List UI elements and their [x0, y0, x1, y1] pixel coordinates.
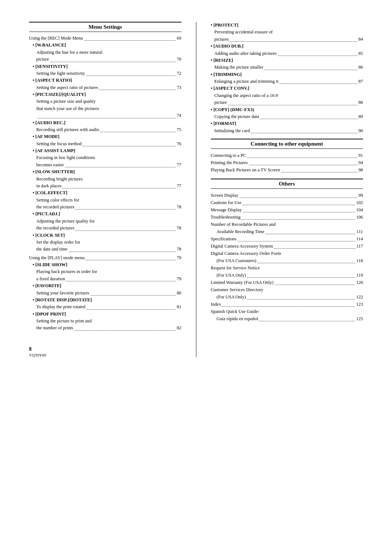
toc-row: • [AUDIO DUB.] — [211, 43, 363, 50]
toc-row: Specifications 114 — [211, 235, 363, 243]
toc-row: Request for Service Notice — [211, 264, 363, 272]
right-column: • [PROTECT] Preventing accidental erasur… — [211, 22, 363, 357]
others-section: Others Screen Display 99 Cautions for Us… — [211, 179, 363, 322]
left-toc: Using the [REC] Mode Menu 69 • [W.BALANC… — [29, 35, 181, 332]
toc-row: Using the [REC] Mode Menu 69 — [29, 35, 181, 42]
toc-row: • [SLOW SHUTTER] — [29, 168, 181, 175]
toc-row: (For USA Only) 119 — [211, 272, 363, 279]
toc-row: • [COL.EFFECT] — [29, 190, 181, 196]
toc-row: Digital Camera Accessory Order Form — [211, 250, 363, 257]
toc-row: Spanish Quick Use Guide/ — [211, 308, 363, 315]
toc-row: Printing the Pictures 94 — [211, 159, 363, 166]
toc-row: Troubleshooting 106 — [211, 213, 363, 221]
toc-row: • [SENSITIVITY] — [29, 63, 181, 70]
toc-row: Using the [PLAY] mode menu 79 — [29, 254, 181, 261]
toc-row: Adding audio after taking pictures 85 — [211, 50, 363, 57]
toc-row: Number of Recordable Pictures and — [211, 221, 363, 228]
toc-row: Index 123 — [211, 301, 363, 308]
toc-row: Setting the picture to print and — [29, 318, 181, 325]
page-code: VQT0Y69 — [29, 353, 181, 357]
toc-row: Setting color effects for — [29, 197, 181, 204]
toc-row: • [CLOCK SET] — [29, 232, 181, 239]
page-number: 8 — [29, 346, 181, 352]
toc-row: Set the display order for — [29, 239, 181, 246]
toc-row: Playing Back Pictures on a TV Screen 98 — [211, 166, 363, 174]
toc-row: Customer Services Directory — [211, 286, 363, 293]
toc-row: Setting your favorite pictures 80 — [29, 290, 181, 297]
toc-row: that match your use of the pictures — [29, 105, 181, 112]
toc-row: • [AF MODE] — [29, 133, 181, 140]
toc-row: Connecting to a PC 91 — [211, 152, 363, 159]
toc-row: Setting the focus method 76 — [29, 140, 181, 147]
toc-row: Preventing accidental erasure of — [211, 29, 363, 36]
toc-row: • [FAVORITE] — [29, 282, 181, 289]
toc-row: the date and time 78 — [29, 246, 181, 253]
toc-row: a fixed duration 79 — [29, 276, 181, 282]
toc-row: Adjusting the picture quality for — [29, 218, 181, 225]
left-column: Menu Settings Using the [REC] Mode Menu … — [29, 22, 181, 357]
toc-row: Making the picture smaller 86 — [211, 64, 363, 71]
toc-row: • [TRIMMING] — [211, 71, 363, 78]
toc-row: Available Recording Time 111 — [211, 228, 363, 235]
column-divider — [196, 22, 196, 357]
others-section-title: Others — [279, 181, 295, 187]
toc-row: Initializing the card 90 — [211, 127, 363, 134]
toc-row: • [RESIZE] — [211, 57, 363, 64]
right-top-items: • [PROTECT] Preventing accidental erasur… — [211, 22, 363, 134]
others-toc: Screen Display 99 Cautions for Use 102 M… — [211, 192, 363, 322]
connecting-section-title: Connecting to other equipment — [251, 141, 323, 147]
toc-row: picture 70 — [29, 56, 181, 63]
toc-row: Screen Display 99 — [211, 192, 363, 199]
toc-row: • [ASPECT RATIO] — [29, 77, 181, 84]
toc-row: To display the print rotated 81 — [29, 304, 181, 310]
toc-row: • [PICT.ADJ.] — [29, 211, 181, 217]
toc-row: • [SLIDE SHOW] — [29, 261, 181, 268]
page-container: Menu Settings Using the [REC] Mode Menu … — [29, 22, 363, 357]
toc-row: Enlarging a picture and trimming it 87 — [211, 78, 363, 85]
toc-row: • [FORMAT] — [211, 120, 363, 127]
toc-row: Message Display 104 — [211, 206, 363, 213]
toc-row: Focusing in low light conditions — [29, 154, 181, 161]
toc-row: the number of prints 82 — [29, 325, 181, 331]
toc-row: • [PICT.SIZE]/[QUALITY] — [29, 91, 181, 98]
toc-row: • [PROTECT] — [211, 22, 363, 29]
toc-row: Limited Warranty (For USA Only) 120 — [211, 279, 363, 286]
toc-row: 74 — [29, 112, 181, 119]
toc-row: the recorded pictures 78 — [29, 204, 181, 211]
connecting-section: Connecting to other equipment Connecting… — [211, 139, 363, 174]
toc-row: • [DPOF PRINT] — [29, 311, 181, 318]
toc-row: becomes easier 77 — [29, 162, 181, 168]
toc-row: Recording still pictures with audio 75 — [29, 126, 181, 133]
toc-row: Recording bright pictures — [29, 176, 181, 183]
toc-row: in dark places 77 — [29, 183, 181, 190]
toc-row: Setting the aspect ratio of pictures 73 — [29, 84, 181, 91]
toc-row: • [W.BALANCE] — [29, 42, 181, 49]
toc-row: (For USA Customers) 118 — [211, 257, 363, 264]
toc-row: Playing back pictures in order for — [29, 268, 181, 275]
toc-row: Cautions for Use 102 — [211, 199, 363, 206]
toc-row: pictures 84 — [211, 36, 363, 43]
toc-row: (For USA Only) 122 — [211, 293, 363, 301]
toc-row: Setting the light sensitivity 72 — [29, 70, 181, 77]
toc-row: Changing the aspect ratio of a 16:9 — [211, 92, 363, 99]
toc-row: picture 88 — [211, 99, 363, 106]
left-section-title: Menu Settings — [89, 24, 122, 30]
toc-row: Copying the picture data 89 — [211, 113, 363, 120]
toc-row: • [ROTATE DISP.]/[ROTATE] — [29, 297, 181, 304]
toc-row: • [AF ASSIST LAMP] — [29, 147, 181, 154]
toc-row: • [COPY] (DMC-FX3) — [211, 106, 363, 113]
toc-row: the recorded pictures 78 — [29, 225, 181, 232]
toc-row: Digital Camera Accessory System 117 — [211, 243, 363, 250]
toc-row: Adjusting the hue for a more natural — [29, 49, 181, 56]
toc-row: • [AUDIO REC.] — [29, 119, 181, 126]
toc-row: Setting a picture size and quality — [29, 98, 181, 105]
connecting-toc: Connecting to a PC 91 Printing the Pictu… — [211, 152, 363, 174]
toc-row: Guía rápida en español 125 — [211, 315, 363, 322]
toc-row: • [ASPECT CONV.] — [211, 85, 363, 92]
